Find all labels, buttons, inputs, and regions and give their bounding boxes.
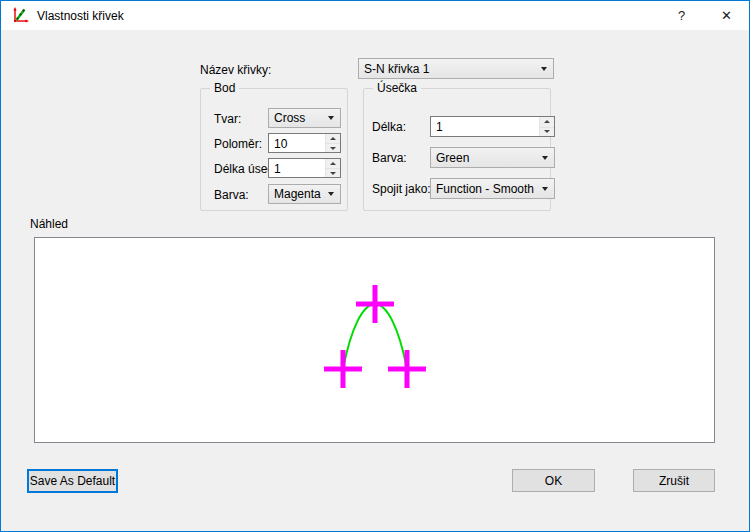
segment-length-value: 1: [431, 117, 539, 136]
point-color-value: Magenta: [274, 187, 322, 201]
spin-up-button[interactable]: [540, 117, 554, 127]
point-segment-length-value: 1: [269, 159, 325, 177]
cancel-button[interactable]: Zrušit: [633, 469, 715, 492]
dialog-body: Název křivky: S-N křivka 1 Bod Tvar: Cro…: [1, 30, 749, 531]
preview-area: [34, 237, 715, 443]
chevron-up-icon: [330, 137, 336, 140]
chevron-down-icon: [536, 148, 554, 167]
segment-join-value: Function - Smooth: [436, 182, 536, 196]
segment-color-select[interactable]: Green: [430, 147, 555, 168]
point-group-title: Bod: [210, 81, 239, 95]
point-radius-label: Poloměr:: [214, 137, 262, 151]
segment-color-label: Barva:: [372, 151, 407, 165]
point-shape-label: Tvar:: [214, 112, 241, 126]
spin-down-button[interactable]: [326, 168, 340, 177]
close-button[interactable]: ✕: [704, 1, 749, 30]
segment-length-label: Délka:: [372, 120, 406, 134]
chevron-down-icon: [330, 147, 336, 150]
preview-point-cross: [356, 285, 394, 323]
point-radius-value: 10: [269, 134, 325, 152]
curve-name-select[interactable]: S-N křivka 1: [358, 58, 554, 79]
titlebar: Vlastnosti křivek ? ✕: [1, 1, 749, 30]
chevron-down-icon: [322, 185, 340, 203]
spin-down-button[interactable]: [326, 143, 340, 152]
segment-join-label: Spojit jako:: [372, 182, 431, 196]
chevron-up-icon: [330, 162, 336, 165]
point-shape-value: Cross: [274, 111, 322, 125]
chevron-down-icon: [330, 172, 336, 175]
spin-up-button[interactable]: [326, 134, 340, 143]
segment-color-value: Green: [436, 151, 536, 165]
point-segment-length-stepper[interactable]: 1: [268, 158, 341, 178]
ok-button[interactable]: OK: [512, 469, 595, 492]
preview-point-cross: [324, 350, 362, 388]
chevron-down-icon: [544, 130, 550, 133]
preview-label: Náhled: [30, 217, 68, 231]
point-radius-stepper[interactable]: 10: [268, 133, 341, 153]
point-shape-select[interactable]: Cross: [268, 108, 341, 128]
chevron-down-icon: [322, 109, 340, 127]
save-as-default-button[interactable]: Save As Default: [27, 469, 118, 493]
chevron-down-icon: [535, 59, 553, 78]
segment-join-select[interactable]: Function - Smooth: [430, 178, 555, 199]
curve-properties-dialog: Vlastnosti křivek ? ✕ Název křivky: S-N …: [0, 0, 750, 532]
curve-name-value: S-N křivka 1: [364, 62, 535, 76]
curve-preview-plot: [35, 238, 714, 442]
point-color-select[interactable]: Magenta: [268, 184, 341, 204]
spin-down-button[interactable]: [540, 127, 554, 137]
segment-length-stepper[interactable]: 1: [430, 116, 555, 137]
curve-name-label: Název křivky:: [200, 63, 271, 77]
segment-group-title: Úsečka: [373, 81, 421, 95]
spin-up-button[interactable]: [326, 159, 340, 168]
help-button[interactable]: ?: [659, 1, 704, 30]
preview-point-cross: [388, 350, 426, 388]
curve-chart-icon: [10, 6, 30, 26]
chevron-up-icon: [544, 120, 550, 123]
segment-group: Úsečka Délka: 1 Barva: Green Spojit jako…: [363, 88, 551, 211]
point-group: Bod Tvar: Cross Poloměr: 10 Délka úsečky…: [200, 88, 348, 211]
window-title: Vlastnosti křivek: [37, 9, 659, 23]
point-color-label: Barva:: [214, 188, 249, 202]
chevron-down-icon: [536, 179, 554, 198]
